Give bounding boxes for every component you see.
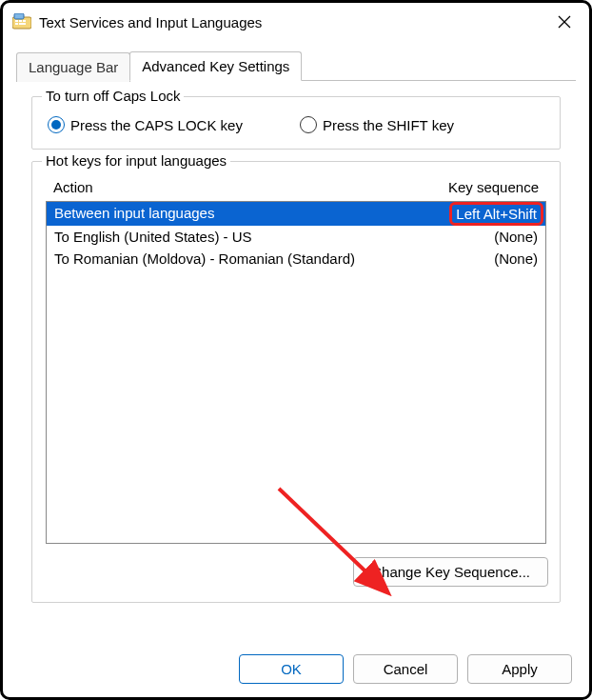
app-icon (12, 13, 31, 30)
list-item-keyseq: (None) (494, 229, 538, 245)
tab-language-bar[interactable]: Language Bar (16, 52, 130, 82)
change-key-sequence-button[interactable]: Change Key Sequence... (353, 557, 548, 587)
dialog-window: Text Services and Input Languages Langua… (0, 0, 592, 700)
list-item-keyseq: Left Alt+Shift (449, 205, 538, 223)
list-item-action: To English (United States) - US (54, 229, 494, 245)
radio-label: Press the CAPS LOCK key (70, 117, 243, 133)
highlight-box: Left Alt+Shift (449, 202, 543, 226)
group-caps-lock-legend: To turn off Caps Lock (42, 88, 184, 104)
titlebar: Text Services and Input Languages (3, 3, 589, 41)
radio-icon (300, 116, 317, 133)
svg-rect-1 (14, 13, 24, 19)
svg-rect-2 (15, 20, 18, 22)
list-item[interactable]: Between input languages Left Alt+Shift (47, 202, 545, 226)
dialog-buttons: OK Cancel Apply (239, 654, 572, 684)
change-key-sequence-row: Change Key Sequence... (44, 557, 548, 587)
apply-button[interactable]: Apply (467, 654, 572, 684)
list-item[interactable]: To English (United States) - US (None) (47, 226, 545, 248)
list-item-keyseq: (None) (494, 250, 538, 267)
tab-label: Language Bar (29, 59, 118, 75)
group-hot-keys: Hot keys for input languages Action Key … (31, 161, 561, 603)
group-caps-lock: To turn off Caps Lock Press the CAPS LOC… (31, 96, 561, 150)
close-icon (558, 15, 571, 29)
cancel-button[interactable]: Cancel (353, 654, 458, 684)
radio-row-caps: Press the CAPS LOCK key Press the SHIFT … (44, 110, 548, 137)
group-hot-keys-legend: Hot keys for input languages (42, 152, 230, 169)
header-key-sequence: Key sequence (448, 179, 539, 195)
tab-strip: Language Bar Advanced Key Settings (16, 50, 576, 81)
list-item[interactable]: To Romanian (Moldova) - Romanian (Standa… (47, 248, 545, 270)
close-button[interactable] (545, 7, 583, 37)
svg-rect-3 (19, 20, 22, 22)
radio-icon (48, 116, 65, 133)
list-item-action: Between input languages (54, 205, 449, 223)
svg-rect-6 (19, 23, 26, 25)
header-action: Action (53, 179, 448, 195)
tab-panel-advanced: To turn off Caps Lock Press the CAPS LOC… (16, 81, 576, 630)
hotkeys-listbox[interactable]: Between input languages Left Alt+Shift T… (46, 201, 546, 544)
radio-press-shift[interactable]: Press the SHIFT key (300, 116, 454, 133)
radio-press-caps-lock[interactable]: Press the CAPS LOCK key (48, 116, 243, 133)
tab-advanced-key-settings[interactable]: Advanced Key Settings (129, 51, 302, 81)
list-headers: Action Key sequence (44, 175, 548, 201)
radio-label: Press the SHIFT key (323, 117, 454, 133)
window-title: Text Services and Input Languages (39, 14, 545, 30)
svg-rect-4 (23, 20, 26, 22)
tab-label: Advanced Key Settings (142, 58, 289, 74)
ok-button[interactable]: OK (239, 654, 344, 684)
list-item-action: To Romanian (Moldova) - Romanian (Standa… (54, 250, 494, 267)
svg-rect-5 (15, 23, 18, 25)
